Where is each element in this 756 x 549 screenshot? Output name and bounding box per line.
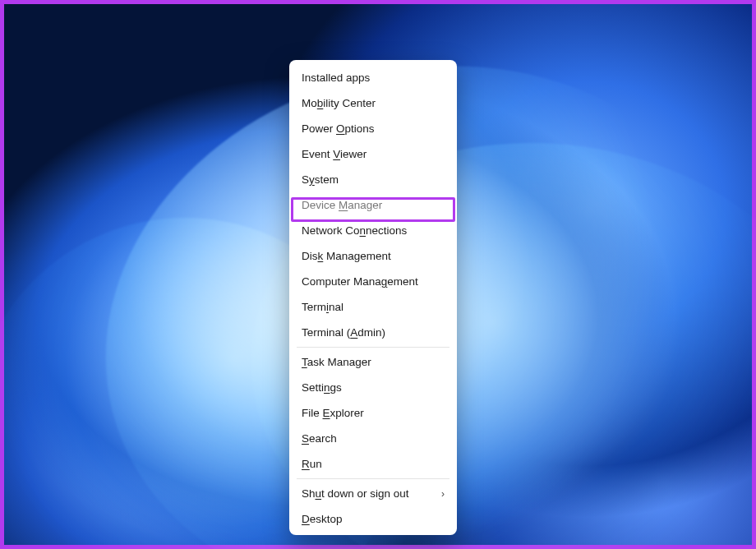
menu-item-run[interactable]: Run bbox=[292, 451, 454, 477]
winx-context-menu: Installed appsMobility CenterPower Optio… bbox=[289, 60, 457, 535]
menu-item-shut-down-or-sign-out[interactable]: Shut down or sign out› bbox=[292, 481, 454, 506]
menu-item-computer-management[interactable]: Computer Management bbox=[292, 269, 454, 294]
menu-item-label: Task Manager bbox=[302, 356, 371, 368]
menu-item-label: Network Connections bbox=[302, 224, 407, 237]
menu-item-installed-apps[interactable]: Installed apps bbox=[292, 65, 454, 90]
menu-item-disk-management[interactable]: Disk Management bbox=[292, 243, 454, 269]
menu-item-label: Run bbox=[302, 458, 322, 470]
menu-item-label: Computer Management bbox=[302, 275, 418, 288]
menu-item-mobility-center[interactable]: Mobility Center bbox=[292, 90, 454, 116]
menu-item-file-explorer[interactable]: File Explorer bbox=[292, 400, 454, 426]
menu-item-label: Device Manager bbox=[302, 199, 382, 211]
menu-item-label: Terminal (Admin) bbox=[302, 326, 385, 339]
menu-item-power-options[interactable]: Power Options bbox=[292, 116, 454, 141]
screenshot-frame: Installed appsMobility CenterPower Optio… bbox=[0, 0, 756, 549]
menu-item-device-manager[interactable]: Device Manager bbox=[292, 192, 454, 218]
menu-item-label: Event Viewer bbox=[302, 148, 366, 160]
menu-item-terminal[interactable]: Terminal bbox=[292, 294, 454, 320]
menu-separator bbox=[297, 347, 449, 348]
menu-item-label: Settings bbox=[302, 381, 342, 394]
menu-item-label: Disk Management bbox=[302, 250, 391, 262]
menu-item-label: System bbox=[302, 173, 339, 186]
menu-separator bbox=[297, 478, 449, 479]
menu-item-desktop[interactable]: Desktop bbox=[292, 506, 454, 533]
menu-item-label: Mobility Center bbox=[302, 97, 376, 109]
menu-item-label: Shut down or sign out bbox=[302, 487, 409, 500]
menu-item-label: Power Options bbox=[302, 122, 375, 135]
menu-item-terminal-admin[interactable]: Terminal (Admin) bbox=[292, 320, 454, 345]
menu-item-network-connections[interactable]: Network Connections bbox=[292, 218, 454, 243]
menu-item-search[interactable]: Search bbox=[292, 426, 454, 451]
menu-item-settings[interactable]: Settings bbox=[292, 375, 454, 400]
menu-item-label: Desktop bbox=[302, 513, 343, 525]
menu-item-event-viewer[interactable]: Event Viewer bbox=[292, 141, 454, 167]
menu-item-label: Installed apps bbox=[302, 72, 370, 84]
menu-item-task-manager[interactable]: Task Manager bbox=[292, 349, 454, 375]
menu-item-label: Terminal bbox=[302, 301, 343, 313]
chevron-right-icon: › bbox=[441, 489, 445, 499]
menu-item-label: Search bbox=[302, 432, 337, 445]
menu-item-system[interactable]: System bbox=[292, 167, 454, 192]
menu-item-label: File Explorer bbox=[302, 407, 364, 419]
